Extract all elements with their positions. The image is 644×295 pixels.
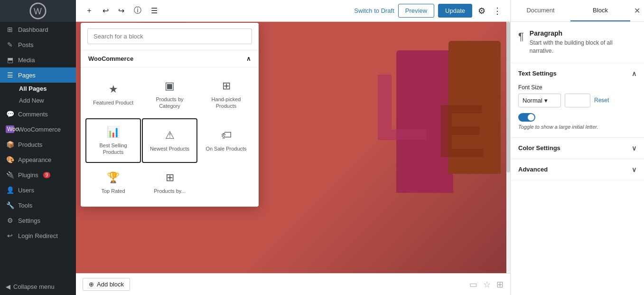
advanced-header[interactable]: Advanced ∨ bbox=[511, 159, 644, 180]
top-rated-icon: 🏆 bbox=[107, 171, 120, 184]
block-info-text: Paragraph Start with the building block … bbox=[530, 29, 636, 55]
advanced-label: Advanced bbox=[518, 166, 548, 173]
reset-font-size-button[interactable]: Reset bbox=[594, 97, 609, 104]
sidebar-item-login-redirect[interactable]: ↩ Login Redirect bbox=[0, 228, 76, 243]
all-pages-label: All Pages bbox=[19, 85, 47, 92]
color-settings-label: Color Settings bbox=[518, 144, 560, 152]
sidebar-item-products[interactable]: 📦 Products bbox=[0, 137, 76, 152]
sidebar-item-add-new[interactable]: Add New bbox=[13, 95, 76, 106]
block-section: WooCommerce ∧ ★ Featured Product ▣ Produ… bbox=[81, 50, 259, 207]
bottom-icons: ▭ ☆ ⊞ bbox=[469, 279, 504, 290]
tools-icon: 🔧 bbox=[6, 201, 14, 209]
grid-icon[interactable]: ⊞ bbox=[496, 279, 504, 290]
update-button[interactable]: Update bbox=[438, 4, 472, 18]
block-item-products-by-attr[interactable]: ⊞ Products by... bbox=[142, 164, 197, 202]
sidebar-item-appearance[interactable]: 🎨 Appearance bbox=[0, 152, 76, 167]
color-settings-header[interactable]: Color Settings ∨ bbox=[511, 138, 644, 159]
pages-icon: ☰ bbox=[6, 71, 14, 79]
wordpress-icon: W bbox=[29, 2, 47, 19]
redo-button[interactable]: ↪ bbox=[115, 4, 127, 17]
text-settings-chevron-up: ∧ bbox=[632, 70, 636, 77]
text-settings-section: Text Settings ∧ Font Size Normal ▾ Reset… bbox=[511, 63, 644, 138]
editor-area: L E Membership e discounts and reward po… bbox=[76, 22, 510, 295]
best-selling-icon: 📊 bbox=[107, 126, 120, 138]
block-item-featured-product[interactable]: ★ Featured Product bbox=[85, 72, 141, 117]
sidebar-item-label: Users bbox=[18, 187, 34, 194]
sidebar-item-label: Media bbox=[18, 57, 35, 64]
collapse-menu-button[interactable]: ◀ Collapse menu bbox=[0, 278, 76, 295]
on-sale-icon: 🏷 bbox=[221, 129, 232, 142]
collapse-icon: ◀ bbox=[6, 283, 10, 290]
star-icon[interactable]: ☆ bbox=[483, 279, 491, 290]
undo-icon: ↩ bbox=[103, 6, 109, 15]
pages-submenu: All Pages Add New bbox=[0, 83, 76, 106]
sidebar-item-label: WooCommerce bbox=[18, 126, 61, 133]
toggle-knob bbox=[528, 114, 534, 121]
block-label: Featured Product bbox=[93, 99, 133, 106]
info-button[interactable]: ⓘ bbox=[131, 4, 144, 18]
font-size-select[interactable]: Normal ▾ bbox=[518, 94, 561, 107]
sidebar-item-label: Posts bbox=[18, 41, 34, 48]
block-info-section: ¶ Paragraph Start with the building bloc… bbox=[511, 22, 644, 63]
tab-document[interactable]: Document bbox=[511, 0, 570, 21]
block-grid: ★ Featured Product ▣ Products by Categor… bbox=[81, 67, 259, 207]
block-label: Newest Products bbox=[150, 145, 189, 152]
list-view-button[interactable]: ☰ bbox=[148, 4, 160, 17]
sidebar-item-all-pages[interactable]: All Pages bbox=[13, 83, 76, 95]
add-block-toolbar-button[interactable]: ＋ bbox=[83, 4, 96, 18]
sidebar-item-comments[interactable]: 💬 Comments bbox=[0, 106, 76, 122]
block-search-input[interactable] bbox=[87, 29, 252, 44]
sidebar-item-label: Login Redirect bbox=[18, 232, 58, 239]
drop-cap-label: Drop Cap bbox=[610, 114, 636, 121]
category-label: WooCommerce bbox=[88, 55, 133, 62]
sidebar-item-settings[interactable]: ⚙ Settings bbox=[0, 213, 76, 228]
sidebar-item-label: Appearance bbox=[18, 156, 51, 163]
font-size-input[interactable] bbox=[565, 94, 590, 107]
preview-button[interactable]: Preview bbox=[398, 4, 434, 18]
block-item-newest-products[interactable]: ⚠ Newest Products bbox=[142, 118, 197, 163]
block-item-top-rated[interactable]: 🏆 Top Rated bbox=[85, 164, 141, 202]
undo-button[interactable]: ↩ bbox=[100, 4, 112, 17]
block-item-best-selling-products[interactable]: 📊 Best Selling Products bbox=[85, 118, 141, 163]
users-icon: 👤 bbox=[6, 186, 14, 194]
posts-icon: ✎ bbox=[6, 41, 14, 48]
rectangle-icon[interactable]: ▭ bbox=[469, 279, 477, 290]
collapse-label: Collapse menu bbox=[13, 283, 55, 290]
sidebar-item-woocommerce[interactable]: Woo WooCommerce bbox=[0, 122, 76, 137]
sidebar-item-tools[interactable]: 🔧 Tools bbox=[0, 198, 76, 213]
block-description: Start with the building block of all nar… bbox=[530, 39, 636, 55]
text-settings-header[interactable]: Text Settings ∧ bbox=[511, 63, 644, 84]
add-block-bottom-button[interactable]: ⊕ Add block bbox=[83, 278, 130, 291]
comments-icon: 💬 bbox=[6, 110, 14, 118]
sidebar-item-users[interactable]: 👤 Users bbox=[0, 182, 76, 198]
close-panel-button[interactable]: ✕ bbox=[630, 2, 644, 19]
more-options-button[interactable]: ⋮ bbox=[491, 4, 504, 18]
woocommerce-icon: Woo bbox=[6, 125, 14, 133]
sidebar-item-media[interactable]: ⬒ Media bbox=[0, 52, 76, 67]
sidebar-item-label: Dashboard bbox=[18, 26, 48, 33]
editor-settings-button[interactable]: ⚙ bbox=[476, 4, 487, 18]
block-search-area bbox=[81, 23, 259, 50]
drop-cap-toggle[interactable] bbox=[518, 113, 535, 122]
products-icon: 📦 bbox=[6, 141, 14, 148]
block-label: Best Selling Products bbox=[90, 142, 136, 156]
block-item-hand-picked-products[interactable]: ⊞ Hand-picked Products bbox=[198, 72, 254, 117]
font-size-row: Normal ▾ Reset bbox=[518, 94, 636, 107]
sidebar-item-dashboard[interactable]: ⊞ Dashboard bbox=[0, 22, 76, 37]
ellipsis-icon: ⋮ bbox=[493, 6, 502, 16]
collapse-category-icon[interactable]: ∧ bbox=[246, 55, 251, 62]
block-item-products-by-category[interactable]: ▣ Products by Category bbox=[142, 72, 197, 117]
sidebar-item-plugins[interactable]: 🔌 Plugins 9 bbox=[0, 167, 76, 182]
sidebar-item-label: Products bbox=[18, 141, 42, 148]
editor-scrollbar[interactable] bbox=[506, 22, 510, 273]
switch-to-draft-button[interactable]: Switch to Draft bbox=[354, 7, 394, 14]
text-settings-body: Font Size Normal ▾ Reset Drop Cap Toggle… bbox=[511, 84, 644, 137]
newest-products-icon: ⚠ bbox=[165, 129, 175, 142]
sidebar-item-pages[interactable]: ☰ Pages bbox=[0, 67, 76, 83]
media-icon: ⬒ bbox=[6, 56, 14, 64]
paragraph-icon: ¶ bbox=[518, 30, 524, 43]
block-item-on-sale-products[interactable]: 🏷 On Sale Products bbox=[198, 118, 254, 163]
sidebar-item-posts[interactable]: ✎ Posts bbox=[0, 37, 76, 52]
tab-block[interactable]: Block bbox=[570, 0, 630, 21]
advanced-section: Advanced ∨ bbox=[511, 159, 644, 181]
